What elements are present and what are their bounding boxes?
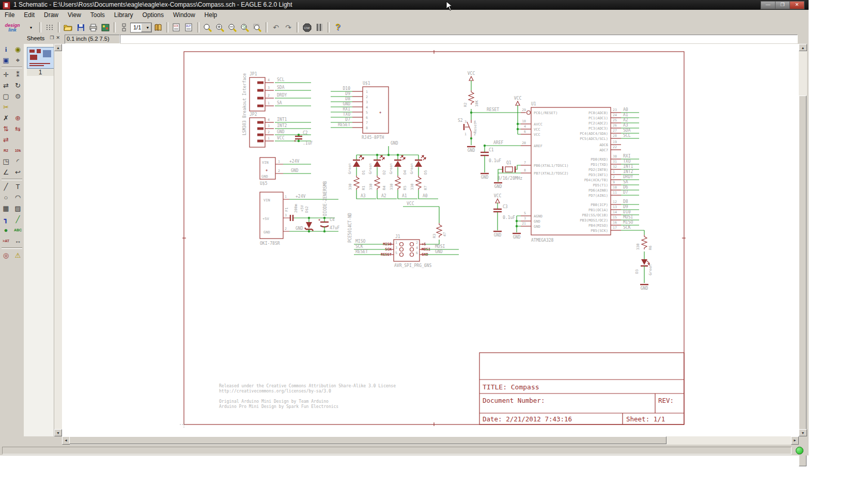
tool-rect[interactable]: ▦ (1, 204, 11, 213)
tool-miter[interactable]: ◜ (13, 157, 23, 166)
tool-copy[interactable]: ⁑ (13, 70, 23, 80)
tool-attribute[interactable]: >AT (1, 237, 11, 246)
save-icon[interactable] (75, 22, 86, 33)
tool-name[interactable]: R2 (1, 146, 11, 155)
component-c2[interactable]: C2.1uF+ (294, 131, 313, 146)
reset-circuit[interactable]: VCCR210KRESETS23412ResetGND (458, 71, 521, 153)
component-jp2[interactable]: JP24INT13INT22GND1VCC (250, 112, 311, 147)
tool-erc[interactable]: ◎ (1, 251, 11, 260)
tool-value[interactable]: 10k (13, 146, 23, 155)
tool-errors[interactable]: ⚠ (13, 251, 23, 260)
tool-wire[interactable]: ╱ (1, 182, 11, 192)
tool-gateswap[interactable]: ⇄ (1, 135, 11, 145)
tool-smash[interactable]: ◳ (1, 157, 11, 166)
sheet-icon[interactable] (118, 22, 130, 33)
led-d3-branch[interactable]: 330R6D3GreenGND (635, 230, 653, 291)
stop-icon[interactable]: STOP (301, 22, 313, 33)
script-icon[interactable]: SCR (171, 22, 182, 33)
menu-draw[interactable]: Draw (39, 10, 63, 21)
menu-help[interactable]: Help (200, 10, 222, 21)
tool-net[interactable]: ╱ (13, 215, 23, 224)
schematic-drawing[interactable]: TITLE: Compass Document Number: REV: Dat… (62, 44, 799, 436)
print-icon[interactable] (87, 22, 99, 33)
minimize-button[interactable]: — (761, 1, 776, 9)
component-rj45[interactable]: U$1RJ45-8PTH+1D102D93D84GND5RXI6TXO7D78R… (331, 81, 389, 140)
help-button[interactable]: ? (332, 22, 344, 33)
zoom-redraw-icon[interactable] (239, 22, 251, 33)
menu-library[interactable]: Library (110, 10, 138, 21)
tool-display[interactable]: ▣ (1, 56, 11, 65)
sheet-combo[interactable]: 1/1▼ (130, 23, 152, 33)
menu-file[interactable]: File (0, 10, 19, 21)
tool-rotate[interactable]: ↻ (13, 81, 23, 90)
tool-pinswap[interactable]: ⇅ (1, 124, 11, 134)
zoom-select-icon[interactable] (252, 22, 263, 33)
tool-polygon[interactable]: ▨ (13, 204, 23, 213)
menu-view[interactable]: View (63, 10, 86, 21)
tool-group[interactable]: ▢ (1, 92, 11, 101)
tool-dimension[interactable]: ↔ (13, 237, 23, 246)
horizontal-scroll-thumb[interactable] (69, 436, 667, 444)
tool-change[interactable]: ⚙ (13, 92, 23, 101)
tool-show[interactable]: ◉ (13, 45, 23, 54)
u1-vcc-feed[interactable]: VCC (514, 96, 522, 134)
component-oki[interactable]: VIN+5VGNDOKI-78SR132+24VF1200m+5VGNDD$2D… (260, 181, 352, 246)
tool-mark[interactable]: ⌖ (13, 56, 23, 65)
zoom-fit-icon[interactable] (202, 22, 213, 33)
tool-add[interactable]: ⊕ (13, 114, 23, 123)
menu-tools[interactable]: Tools (86, 10, 110, 21)
tool-mirror[interactable]: ⇄ (1, 81, 11, 90)
library-icon[interactable] (152, 22, 164, 33)
ulp-icon[interactable]: ULP (183, 22, 195, 33)
tool-info[interactable]: i (1, 45, 11, 54)
scroll-right-icon[interactable]: ► (791, 436, 799, 445)
component-c3[interactable]: VCCC30.1uFGND (493, 194, 515, 238)
scroll-up-icon[interactable]: ▲ (799, 44, 807, 51)
schematic-canvas[interactable]: TITLE: Compass Document Number: REV: Dat… (62, 44, 799, 436)
tool-arc[interactable]: ◠ (13, 193, 23, 202)
designlink-button[interactable]: designlink (1, 22, 24, 33)
tool-delete[interactable]: ✗ (1, 114, 11, 123)
go-icon[interactable] (314, 22, 325, 33)
vertical-scroll-thumb[interactable] (799, 96, 807, 466)
horizontal-scrollbar[interactable]: ◄ ► (62, 436, 799, 445)
tool-bus[interactable]: ┓ (1, 215, 11, 224)
sheet-thumbnail-label[interactable]: 1 (27, 69, 54, 76)
grid-icon[interactable] (44, 22, 55, 33)
title-bar[interactable]: 1 Schematic - E:\Users\Ross\Documents\ea… (0, 0, 809, 10)
component-j1[interactable]: VCCR347J1AVR_SPI_PRG_6NS12MISO+5MISO34SC… (354, 201, 459, 268)
scroll-down-icon[interactable]: ▼ (799, 429, 807, 436)
redo-icon[interactable]: ↷ (283, 22, 294, 33)
scroll-down-icon[interactable]: ▼ (54, 429, 62, 436)
tool-cut[interactable]: ✂ (1, 103, 11, 112)
led-array[interactable]: GNDGreenD1330R1A3GreenD2330R4A2GreenD433… (348, 141, 438, 199)
tool-circle[interactable]: ○ (1, 193, 11, 202)
tool-junction[interactable]: ● (1, 226, 11, 235)
combo-arrow-icon[interactable]: ▼ (141, 23, 151, 32)
aref-circuit[interactable]: AREFC10.1uFGND (481, 140, 521, 180)
schematic-components[interactable]: JP1LSM303 Breakout Interface4SCL3SDA2DRD… (242, 71, 653, 291)
component-u5[interactable]: VIN+GNDU$512+24VGND (260, 158, 311, 186)
tool-replace[interactable]: ⇆ (13, 124, 23, 134)
scroll-left-icon[interactable]: ◄ (62, 436, 70, 445)
close-button[interactable]: ✕ (789, 1, 804, 9)
scroll-up-icon[interactable]: ▲ (54, 44, 62, 51)
sheets-panel-header[interactable]: Sheets ✕ ❐ (25, 34, 62, 43)
vertical-scrollbar[interactable]: ▲ ▼ (799, 44, 807, 436)
sheet-thumbnail[interactable] (27, 47, 55, 69)
tool-split[interactable]: ∠ (1, 168, 11, 177)
zoom-in-icon[interactable] (214, 22, 226, 33)
component-q1[interactable]: Q18/16/20MHzGND (494, 161, 522, 189)
panel-close-icon[interactable]: ✕ (56, 35, 60, 40)
undo-icon[interactable]: ↶ (270, 22, 282, 33)
menu-edit[interactable]: Edit (19, 10, 39, 21)
panel-dock-icon[interactable]: ❐ (50, 35, 54, 40)
export-image-icon[interactable] (100, 22, 111, 33)
command-line-input[interactable] (120, 35, 798, 43)
tool-move[interactable]: ✛ (1, 70, 11, 80)
menu-options[interactable]: Options (138, 10, 168, 21)
tool-text[interactable]: T (13, 182, 23, 192)
restore-button[interactable]: ❐ (775, 1, 790, 9)
tool-label[interactable]: ABC (13, 226, 23, 235)
zoom-out-icon[interactable] (227, 22, 238, 33)
